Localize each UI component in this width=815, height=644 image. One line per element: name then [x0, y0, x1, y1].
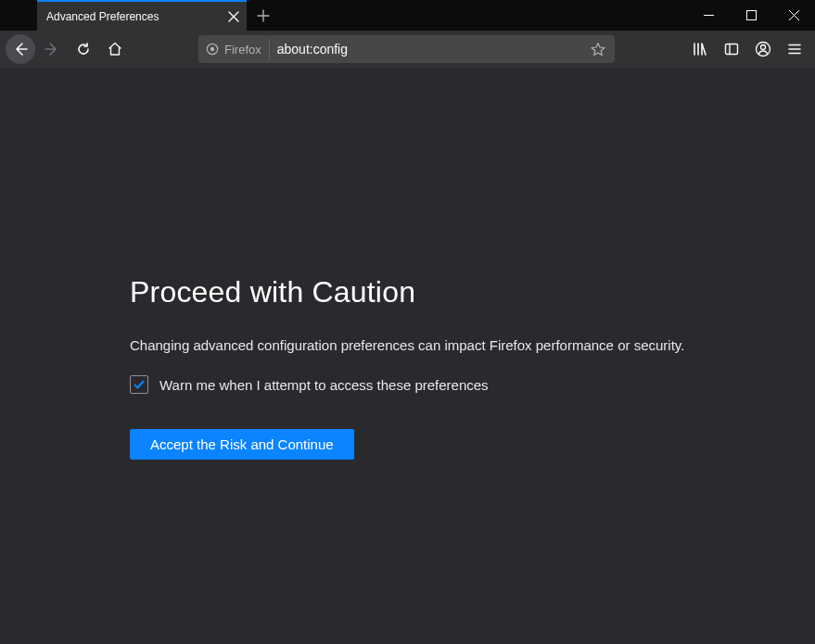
minimize-icon: [704, 10, 714, 20]
nav-toolbar: Firefox: [0, 31, 815, 68]
svg-point-2: [210, 47, 214, 51]
plus-icon: [257, 9, 270, 22]
window-close-button[interactable]: [772, 0, 815, 31]
close-icon: [789, 10, 799, 20]
home-button[interactable]: [100, 34, 130, 64]
star-icon: [591, 42, 605, 57]
window-controls: [687, 0, 815, 31]
toolbar-right: [685, 34, 809, 64]
account-icon: [755, 41, 771, 57]
identity-box[interactable]: Firefox: [206, 39, 270, 59]
reload-icon: [76, 42, 91, 57]
svg-rect-3: [726, 44, 738, 55]
url-input[interactable]: [270, 35, 585, 63]
bookmark-button[interactable]: [585, 36, 611, 62]
tab-drag-space[interactable]: [0, 0, 37, 31]
close-tab-button[interactable]: [224, 7, 243, 26]
home-icon: [108, 42, 122, 57]
tab-title: Advanced Preferences: [46, 10, 224, 23]
warn-checkbox[interactable]: [130, 375, 148, 394]
back-button[interactable]: [6, 34, 35, 64]
arrow-right-icon: [45, 42, 59, 57]
new-tab-button[interactable]: [247, 0, 280, 31]
maximize-icon: [746, 10, 757, 20]
browser-tab[interactable]: Advanced Preferences: [37, 0, 247, 31]
forward-button[interactable]: [37, 34, 67, 64]
content-area: Proceed with Caution Changing advanced c…: [0, 68, 815, 644]
accept-risk-button[interactable]: Accept the Risk and Continue: [130, 429, 354, 460]
minimize-button[interactable]: [687, 0, 730, 31]
svg-rect-0: [746, 11, 756, 20]
titlebar: Advanced Preferences: [0, 0, 815, 31]
hamburger-icon: [787, 42, 802, 57]
sidebar-button[interactable]: [717, 34, 746, 64]
arrow-left-icon: [13, 42, 28, 57]
svg-point-6: [761, 45, 766, 50]
sidebar-icon: [724, 42, 739, 57]
warn-checkbox-label: Warn me when I attempt to access these p…: [159, 377, 489, 393]
maximize-button[interactable]: [730, 0, 772, 31]
page-body-text: Changing advanced configuration preferen…: [130, 337, 815, 353]
identity-label: Firefox: [224, 43, 261, 57]
close-icon: [228, 11, 239, 22]
reload-button[interactable]: [69, 34, 98, 64]
library-button[interactable]: [685, 34, 715, 64]
checkmark-icon: [133, 378, 146, 391]
page-heading: Proceed with Caution: [130, 275, 815, 309]
warn-checkbox-row[interactable]: Warn me when I attempt to access these p…: [130, 375, 815, 394]
firefox-icon: [206, 43, 219, 56]
account-button[interactable]: [748, 34, 778, 64]
url-bar[interactable]: Firefox: [198, 35, 615, 63]
app-menu-button[interactable]: [780, 34, 809, 64]
library-icon: [693, 42, 707, 57]
